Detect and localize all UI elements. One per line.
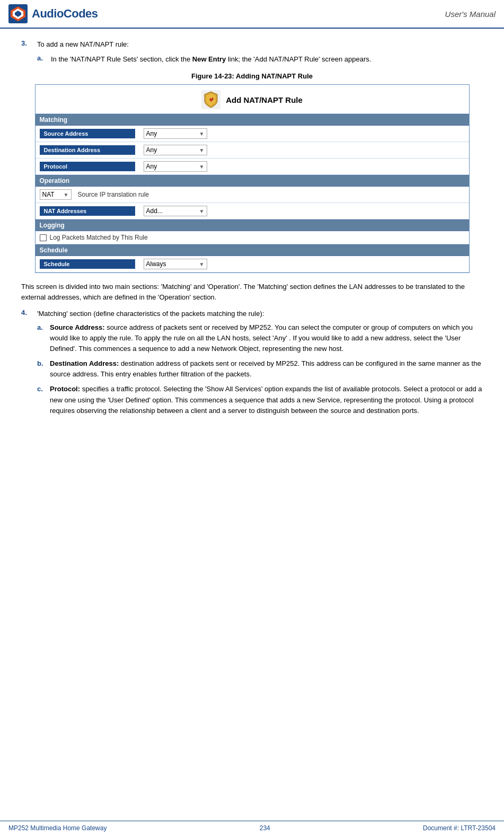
sub-item-a-bold: Source Address: — [50, 323, 105, 331]
nat-operation-select[interactable]: NAT ▼ — [40, 189, 72, 200]
sub-item-c-text: specifies a traffic protocol. Selecting … — [50, 385, 482, 414]
nat-addresses-select[interactable]: Add... ▼ — [144, 206, 207, 216]
step-3a-label: a. — [37, 54, 46, 65]
destination-address-value: Any — [146, 146, 157, 154]
nat-addresses-value: Add... — [146, 207, 163, 215]
nat-addresses-row: NAT Addresses Add... ▼ — [36, 203, 469, 219]
sub-item-a: a. Source Address: source address of pac… — [37, 322, 483, 354]
page-footer: MP252 Multimedia Home Gateway 234 Docume… — [0, 821, 504, 835]
form-title-text: Add NAT/NAPT Rule — [226, 95, 303, 104]
sub-item-c-label: c. — [37, 384, 46, 416]
step-4-number: 4. — [21, 309, 32, 319]
protocol-arrow-icon: ▼ — [199, 164, 205, 170]
step-3a: a. In the 'NAT/NAPT Rule Sets' section, … — [21, 54, 483, 65]
step-3a-text: In the 'NAT/NAPT Rule Sets' section, cli… — [51, 54, 371, 65]
schedule-header: Schedule — [36, 244, 469, 256]
matching-header: Matching — [36, 114, 469, 126]
destination-address-label: Destination Address — [40, 145, 135, 155]
protocol-row: Protocol Any ▼ — [36, 159, 469, 175]
form-title-row: Add NAT/NAPT Rule — [36, 85, 469, 114]
step-4: 4. 'Matching' section (define characteri… — [21, 309, 483, 319]
source-address-select[interactable]: Any ▼ — [144, 128, 207, 139]
sub-item-a-label: a. — [37, 322, 46, 354]
sub-items-list: a. Source Address: source address of pac… — [21, 322, 483, 416]
description-paragraph: This screen is divided into two main sec… — [21, 282, 483, 303]
logging-checkbox-label: Log Packets Matched by This Rule — [50, 234, 148, 241]
sub-item-b-label: b. — [37, 358, 46, 380]
logo-area: AudioCodes — [8, 4, 98, 23]
sub-item-b: b. Destination Address: destination addr… — [37, 358, 483, 380]
figure-caption: Figure 14-23: Adding NAT/NAPT Rule — [21, 72, 483, 80]
schedule-arrow-icon: ▼ — [199, 261, 205, 267]
nat-addresses-label: NAT Addresses — [40, 206, 135, 216]
form-title-icon — [201, 90, 220, 109]
step-3a-text-before: In the 'NAT/NAPT Rule Sets' section, cli… — [51, 55, 192, 63]
step-3a-bold: New Entry — [192, 55, 226, 63]
schedule-label: Schedule — [40, 259, 135, 269]
form-box: Add NAT/NAPT Rule Matching Source Addres… — [35, 84, 470, 273]
schedule-select[interactable]: Always ▼ — [144, 259, 207, 269]
logging-header: Logging — [36, 219, 469, 231]
operation-description: Source IP translation rule — [78, 191, 149, 198]
footer-center: 234 — [260, 824, 270, 832]
source-address-row: Source Address Any ▼ — [36, 126, 469, 142]
protocol-select[interactable]: Any ▼ — [144, 161, 207, 172]
protocol-value: Any — [146, 163, 157, 170]
destination-address-row: Destination Address Any ▼ — [36, 142, 469, 159]
step-3a-text-after: link; the 'Add NAT/NAPT Rule' screen app… — [226, 55, 371, 63]
step-3-text: To add a new NAT/NAPT rule: — [37, 39, 129, 50]
destination-address-arrow-icon: ▼ — [199, 147, 205, 153]
source-address-value: Any — [146, 130, 157, 137]
step-4-text: 'Matching' section (define characteristi… — [37, 309, 264, 319]
operation-header: Operation — [36, 175, 469, 187]
sub-item-b-bold: Destination Address: — [50, 359, 119, 367]
audiocodes-logo-icon — [8, 4, 28, 23]
operation-row: NAT ▼ Source IP translation rule — [36, 187, 469, 203]
main-content: 3. To add a new NAT/NAPT rule: a. In the… — [0, 29, 504, 452]
sub-item-c: c. Protocol: specifies a traffic protoco… — [37, 384, 483, 416]
sub-item-b-content: Destination Address: destination address… — [50, 358, 483, 380]
destination-address-select[interactable]: Any ▼ — [144, 145, 207, 155]
footer-left: MP252 Multimedia Home Gateway — [8, 824, 107, 832]
page-header: AudioCodes User's Manual — [0, 0, 504, 29]
step-3: 3. To add a new NAT/NAPT rule: — [21, 39, 483, 50]
sub-item-a-content: Source Address: source address of packet… — [50, 322, 483, 354]
source-address-arrow-icon: ▼ — [199, 131, 205, 137]
nat-arrow-icon: ▼ — [64, 192, 69, 198]
nat-addresses-arrow-icon: ▼ — [199, 208, 205, 214]
step-3-number: 3. — [21, 39, 32, 50]
source-address-label: Source Address — [40, 129, 135, 138]
header-title: User's Manual — [445, 10, 496, 19]
logging-checkbox[interactable] — [40, 234, 47, 241]
schedule-value: Always — [146, 260, 166, 268]
sub-item-c-bold: Protocol: — [50, 385, 80, 393]
schedule-row: Schedule Always ▼ — [36, 256, 469, 273]
nat-value: NAT — [42, 191, 55, 198]
protocol-label: Protocol — [40, 162, 135, 171]
logo-text: AudioCodes — [32, 7, 98, 21]
logging-row: Log Packets Matched by This Rule — [36, 231, 469, 244]
footer-right: Document #: LTRT-23504 — [423, 824, 496, 832]
sub-item-c-content: Protocol: specifies a traffic protocol. … — [50, 384, 483, 416]
sub-item-a-text: source address of packets sent or receiv… — [50, 323, 473, 353]
